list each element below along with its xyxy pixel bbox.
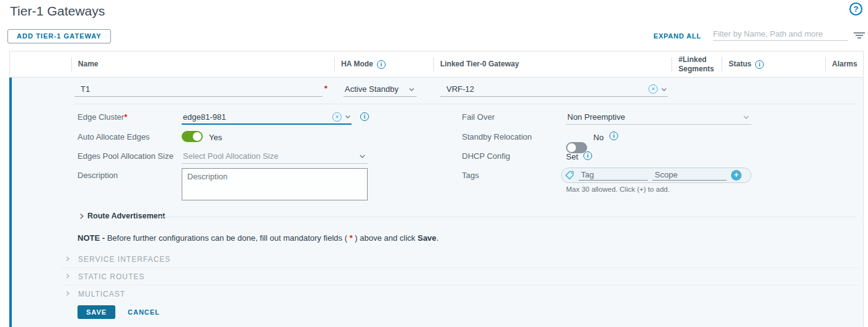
gateway-name-input[interactable] [74, 84, 322, 94]
chevron-down-icon [358, 152, 366, 160]
row-divider [74, 104, 857, 104]
edge-cluster-required-asterisk: * [124, 112, 127, 122]
tags-label: Tags [462, 171, 479, 180]
name-required-asterisk: * [324, 84, 327, 93]
column-header-linked-tier0: Linked Tier-0 Gateway [434, 52, 672, 77]
expand-all-link[interactable]: EXPAND ALL [653, 32, 701, 40]
dhcp-config-info-icon[interactable]: i [583, 151, 592, 160]
divider [159, 217, 857, 217]
gateway-name-field [74, 82, 322, 97]
standby-relocation-info-icon[interactable]: i [609, 132, 618, 140]
toggle-knob [567, 143, 576, 152]
auto-allocate-value: Yes [209, 133, 222, 142]
clear-selection-icon[interactable]: ✕ [332, 112, 342, 122]
cancel-button[interactable]: CANCEL [128, 308, 160, 316]
add-tag-plus-icon[interactable]: + [731, 170, 742, 181]
auto-allocate-label: Auto Allocate Edges [78, 132, 149, 141]
filter-field-wrap [713, 27, 848, 41]
column-header-status: Status i [722, 52, 826, 77]
description-label: Description [78, 171, 118, 180]
linked-tier0-input[interactable] [440, 84, 646, 94]
column-header-ha-mode: HA Mode i [335, 52, 434, 77]
ha-mode-value: Active Standby [345, 84, 399, 94]
edge-cluster-label: Edge Cluster* [78, 112, 127, 122]
chevron-down-icon [742, 113, 750, 121]
fail-over-label: Fail Over [462, 112, 495, 122]
add-tier1-gateway-button[interactable]: ADD TIER-1 GATEWAY [7, 29, 111, 43]
save-button[interactable]: SAVE [78, 305, 115, 319]
ha-mode-select[interactable]: Active Standby [343, 82, 417, 97]
pool-size-placeholder: Select Pool Allocation Size [183, 151, 278, 161]
divider [62, 285, 859, 285]
edge-cluster-info-icon[interactable]: i [360, 112, 369, 121]
chevron-down-icon [408, 86, 415, 93]
standby-relocation-label: Standby Relocation [462, 132, 532, 141]
section-service-interfaces[interactable]: SERVICE INTERFACES [78, 255, 170, 264]
filter-input[interactable] [713, 27, 848, 40]
tags-field: + [561, 168, 751, 183]
fail-over-value: Non Preemptive [567, 112, 625, 122]
column-header-linked-segments: #Linked Segments [672, 52, 722, 77]
mandatory-fields-note: NOTE - Before further configurations can… [78, 233, 438, 243]
divider [62, 267, 859, 268]
page-title: Tier-1 Gateways [10, 4, 105, 19]
dhcp-config-value: Set [566, 152, 578, 161]
ha-mode-info-icon[interactable]: i [377, 60, 386, 69]
auto-allocate-toggle[interactable] [182, 131, 203, 142]
chevron-right-icon[interactable] [78, 213, 85, 220]
pool-size-select[interactable]: Select Pool Allocation Size [182, 149, 368, 164]
dhcp-config-label: DHCP Config [462, 151, 510, 161]
clear-selection-icon[interactable]: ✕ [649, 84, 658, 94]
chevron-down-icon[interactable] [660, 86, 668, 93]
chevron-down-icon[interactable] [344, 113, 352, 120]
scope-input[interactable] [652, 170, 727, 181]
route-advertisement-toggle[interactable]: Route Advertisement [87, 212, 165, 220]
tier1-gateways-page: Tier-1 Gateways ? ADD TIER-1 GATEWAY EXP… [0, 0, 868, 327]
column-header-alarms: Alarms [826, 52, 863, 77]
description-field-wrap [182, 168, 368, 200]
standby-relocation-value: No [593, 133, 604, 142]
chevron-right-icon[interactable] [64, 290, 71, 297]
tag-input[interactable] [578, 170, 648, 181]
column-header-name: Name [72, 52, 335, 77]
status-info-icon[interactable]: i [755, 60, 764, 69]
toggle-knob [193, 132, 202, 141]
linked-tier0-field: ✕ [440, 82, 668, 97]
edge-cluster-input[interactable] [182, 112, 330, 122]
description-textarea[interactable] [182, 168, 368, 200]
filter-icon[interactable] [854, 32, 865, 40]
column-header-empty [10, 52, 72, 77]
tags-hint: Max 30 allowed. Click (+) to add. [566, 186, 670, 193]
table-header-row: Name HA Mode i Linked Tier-0 Gateway #Li… [9, 51, 864, 78]
tag-icon [565, 171, 574, 180]
help-icon[interactable]: ? [849, 2, 862, 16]
pool-size-label: Edges Pool Allocation Size [78, 151, 174, 161]
chevron-right-icon[interactable] [64, 273, 71, 279]
fail-over-select[interactable]: Non Preemptive [566, 110, 751, 125]
chevron-right-icon[interactable] [64, 256, 71, 262]
section-static-routes[interactable]: STATIC ROUTES [78, 272, 144, 281]
section-multicast[interactable]: MULTICAST [78, 290, 125, 298]
edge-cluster-field: ✕ [182, 110, 352, 125]
